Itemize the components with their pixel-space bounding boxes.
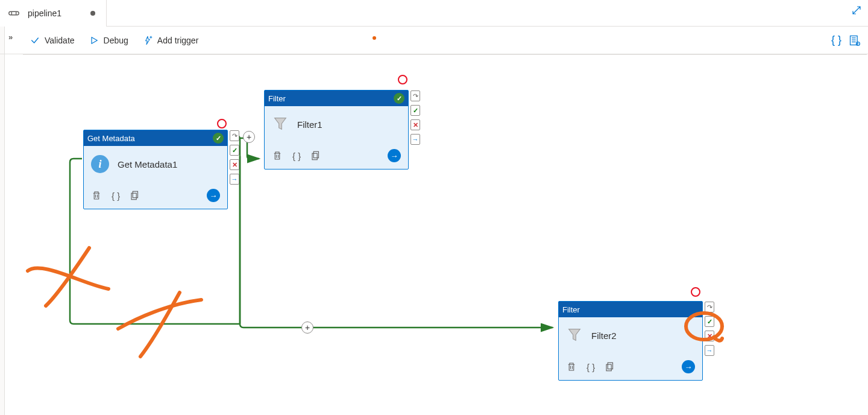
svg-rect-0 [9,11,19,15]
success-handle[interactable]: ✓ [705,316,714,327]
annotation-layer [23,55,867,415]
completion-handle[interactable]: ↷ [410,90,420,101]
connector-layer [23,55,867,415]
svg-rect-12 [131,193,136,200]
lightning-icon [143,36,153,45]
code-view-button[interactable]: { } [831,34,841,46]
breakpoint-toggle[interactable] [398,75,407,84]
activity-node-filter2[interactable]: Filter Filter2 { } → ↷ ✓ ✕ → [558,301,703,381]
goto-button[interactable]: → [682,360,695,373]
properties-button[interactable] [849,34,861,46]
node-header-title: Filter [268,94,286,103]
tab-title: pipeline1 [25,8,61,18]
svg-rect-14 [312,153,317,160]
toolbar: » Validate Debug Add trigger { } [0,27,868,54]
breakpoint-toggle[interactable] [217,119,227,128]
skip-handle[interactable]: → [410,134,420,145]
node-header: Get Metadata ✓ [84,130,227,146]
node-label: Get Metadata1 [118,159,177,169]
check-icon [30,36,40,45]
svg-point-10 [858,43,859,44]
node-body: i Get Metadata1 [84,146,227,182]
handles: ↷ ✓ ✕ → [705,302,714,360]
debug-button[interactable]: Debug [89,36,128,45]
goto-button[interactable]: → [388,149,401,162]
add-connector-button[interactable]: + [301,322,313,334]
check-icon: ✓ [213,133,224,144]
funnel-icon [566,326,583,345]
delete-icon[interactable] [566,361,577,372]
collapse-panel-button[interactable]: » [8,33,13,42]
activity-node-filter1[interactable]: Filter ✓ Filter1 { } → ↷ ✓ ✕ [264,90,409,169]
add-trigger-label: Add trigger [157,36,198,45]
breakpoint-toggle[interactable] [691,287,700,297]
left-gutter [0,0,5,415]
handles: ↷ ✓ ✕ → [410,90,420,148]
add-connector-button[interactable]: + [243,131,255,143]
copy-icon[interactable] [130,190,140,201]
tab-strip: pipeline1 [0,0,868,27]
node-footer: { } → [559,353,702,380]
pipeline-icon [7,7,20,20]
check-icon: ✓ [394,93,404,104]
node-header: Filter [559,302,702,317]
svg-rect-13 [313,151,318,158]
unsaved-dot-icon [90,11,95,16]
page-root: pipeline1 » Validate Debug Add trigger {… [0,0,868,415]
node-header: Filter ✓ [265,90,408,106]
svg-rect-16 [606,364,611,371]
delete-icon[interactable] [272,150,283,161]
warning-dot-icon [373,36,376,40]
completion-handle[interactable]: ↷ [705,302,714,312]
skip-handle[interactable]: → [705,345,714,356]
failure-handle[interactable]: ✕ [705,331,714,341]
toolbar-right: { } [831,34,861,46]
node-label: Filter1 [297,119,322,130]
copy-icon[interactable] [310,150,321,161]
validate-button[interactable]: Validate [30,36,75,45]
success-handle[interactable]: ✓ [410,105,420,116]
validate-label: Validate [45,36,75,45]
svg-rect-11 [133,191,137,198]
pipeline-canvas[interactable]: + + Get Metadata ✓ i Get Metadata1 { } → [23,54,867,415]
failure-handle[interactable]: ✕ [410,119,420,130]
tab-pipeline[interactable]: pipeline1 [0,0,107,27]
code-icon[interactable]: { } [587,362,595,372]
code-icon[interactable]: { } [112,191,120,201]
delete-icon[interactable] [91,190,102,201]
node-footer: { } → [265,142,408,169]
info-icon: i [91,155,109,173]
node-body: Filter1 [265,106,408,142]
code-icon[interactable]: { } [292,151,301,161]
node-header-title: Filter [562,305,580,314]
goto-button[interactable]: → [207,189,220,202]
node-header-title: Get Metadata [87,134,135,143]
svg-rect-15 [608,363,612,369]
add-trigger-button[interactable]: Add trigger [143,36,198,45]
node-body: Filter2 [559,317,702,353]
play-icon [89,36,99,45]
node-label: Filter2 [591,331,617,341]
completion-handle[interactable]: ↷ [230,130,239,141]
copy-icon[interactable] [605,361,615,372]
failure-handle[interactable]: ✕ [230,159,239,170]
funnel-icon [272,115,289,134]
expand-button[interactable] [851,5,862,17]
activity-node-getmetadata[interactable]: Get Metadata ✓ i Get Metadata1 { } → ↷ ✓… [83,130,228,209]
debug-label: Debug [104,36,128,45]
handles: ↷ ✓ ✕ → [230,130,239,188]
success-handle[interactable]: ✓ [230,145,239,156]
skip-handle[interactable]: → [230,174,239,185]
node-footer: { } → [84,182,227,209]
